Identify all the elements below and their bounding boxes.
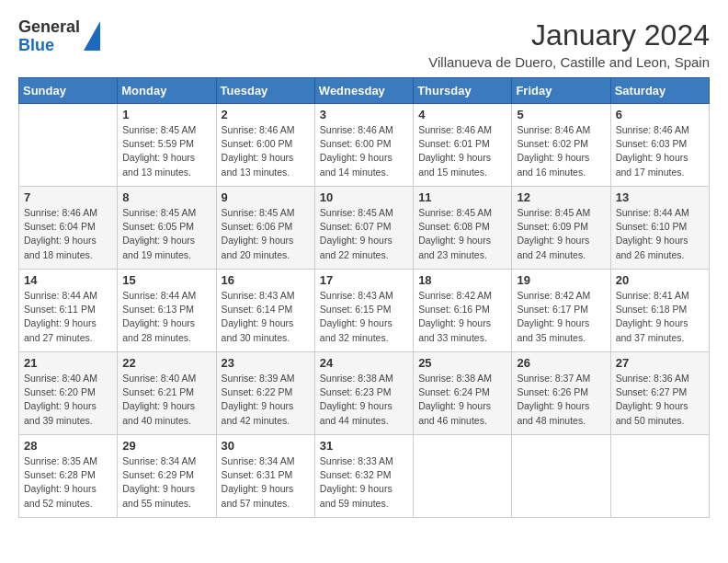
calendar-cell: 9Sunrise: 8:45 AMSunset: 6:06 PMDaylight… — [216, 187, 314, 270]
calendar-cell: 23Sunrise: 8:39 AMSunset: 6:22 PMDayligh… — [216, 352, 314, 435]
day-detail: Sunrise: 8:40 AMSunset: 6:21 PMDaylight:… — [122, 372, 210, 428]
day-detail: Sunrise: 8:39 AMSunset: 6:22 PMDaylight:… — [222, 372, 310, 428]
logo-general: General — [18, 18, 80, 37]
day-number: 19 — [517, 273, 605, 287]
day-detail: Sunrise: 8:45 AMSunset: 6:06 PMDaylight:… — [222, 206, 310, 262]
calendar-cell: 3Sunrise: 8:46 AMSunset: 6:00 PMDaylight… — [314, 104, 413, 187]
day-number: 5 — [517, 108, 605, 121]
logo-text: General Blue — [18, 18, 80, 55]
calendar-cell: 30Sunrise: 8:34 AMSunset: 6:31 PMDayligh… — [216, 435, 314, 518]
calendar-cell: 15Sunrise: 8:44 AMSunset: 6:13 PMDayligh… — [118, 270, 216, 352]
logo: General Blue — [18, 18, 100, 55]
day-detail: Sunrise: 8:41 AMSunset: 6:18 PMDaylight:… — [616, 289, 704, 345]
calendar-cell: 25Sunrise: 8:38 AMSunset: 6:24 PMDayligh… — [414, 352, 512, 435]
logo-triangle-icon — [84, 21, 100, 51]
header-friday: Friday — [512, 78, 610, 104]
day-number: 13 — [616, 190, 704, 204]
day-detail: Sunrise: 8:45 AMSunset: 6:09 PMDaylight:… — [517, 206, 605, 262]
calendar-week-row: 14Sunrise: 8:44 AMSunset: 6:11 PMDayligh… — [19, 270, 710, 352]
calendar-header-row: SundayMondayTuesdayWednesdayThursdayFrid… — [19, 78, 710, 104]
calendar-cell: 1Sunrise: 8:45 AMSunset: 5:59 PMDaylight… — [118, 104, 216, 187]
day-number: 18 — [418, 273, 506, 287]
day-detail: Sunrise: 8:37 AMSunset: 6:26 PMDaylight:… — [517, 372, 605, 428]
day-detail: Sunrise: 8:34 AMSunset: 6:29 PMDaylight:… — [122, 454, 210, 511]
day-detail: Sunrise: 8:43 AMSunset: 6:15 PMDaylight:… — [320, 289, 408, 345]
header-thursday: Thursday — [414, 78, 512, 104]
day-number: 29 — [122, 439, 210, 453]
header-saturday: Saturday — [610, 78, 709, 104]
day-number: 27 — [616, 356, 704, 370]
calendar-cell: 13Sunrise: 8:44 AMSunset: 6:10 PMDayligh… — [610, 187, 709, 270]
day-detail: Sunrise: 8:45 AMSunset: 5:59 PMDaylight:… — [122, 123, 210, 179]
calendar-cell: 5Sunrise: 8:46 AMSunset: 6:02 PMDaylight… — [512, 104, 610, 187]
day-detail: Sunrise: 8:44 AMSunset: 6:13 PMDaylight:… — [122, 289, 210, 345]
calendar-cell: 28Sunrise: 8:35 AMSunset: 6:28 PMDayligh… — [19, 435, 118, 518]
location: Villanueva de Duero, Castille and Leon, … — [428, 54, 710, 70]
header-sunday: Sunday — [19, 78, 118, 104]
day-number: 30 — [222, 439, 310, 453]
day-number: 11 — [418, 190, 506, 204]
day-detail: Sunrise: 8:35 AMSunset: 6:28 PMDaylight:… — [24, 454, 112, 511]
month-title: January 2024 — [428, 18, 710, 52]
calendar-cell: 10Sunrise: 8:45 AMSunset: 6:07 PMDayligh… — [314, 187, 413, 270]
day-number: 14 — [24, 273, 112, 287]
calendar-cell — [19, 104, 118, 187]
day-number: 21 — [24, 356, 112, 370]
day-number: 10 — [320, 190, 408, 204]
calendar-cell: 14Sunrise: 8:44 AMSunset: 6:11 PMDayligh… — [19, 270, 118, 352]
day-number: 3 — [320, 108, 408, 121]
calendar-cell — [512, 435, 610, 518]
day-detail: Sunrise: 8:44 AMSunset: 6:11 PMDaylight:… — [24, 289, 112, 345]
day-detail: Sunrise: 8:42 AMSunset: 6:17 PMDaylight:… — [517, 289, 605, 345]
calendar-cell: 12Sunrise: 8:45 AMSunset: 6:09 PMDayligh… — [512, 187, 610, 270]
day-detail: Sunrise: 8:38 AMSunset: 6:23 PMDaylight:… — [320, 372, 408, 428]
day-number: 24 — [320, 356, 408, 370]
day-detail: Sunrise: 8:46 AMSunset: 6:01 PMDaylight:… — [418, 123, 506, 179]
day-number: 28 — [24, 439, 112, 453]
day-number: 22 — [122, 356, 210, 370]
day-number: 7 — [24, 190, 112, 204]
calendar-table: SundayMondayTuesdayWednesdayThursdayFrid… — [18, 77, 710, 518]
calendar-week-row: 7Sunrise: 8:46 AMSunset: 6:04 PMDaylight… — [19, 187, 710, 270]
day-detail: Sunrise: 8:45 AMSunset: 6:07 PMDaylight:… — [320, 206, 408, 262]
calendar-cell: 17Sunrise: 8:43 AMSunset: 6:15 PMDayligh… — [314, 270, 413, 352]
day-detail: Sunrise: 8:46 AMSunset: 6:00 PMDaylight:… — [320, 123, 408, 179]
day-number: 8 — [122, 190, 210, 204]
calendar-cell: 31Sunrise: 8:33 AMSunset: 6:32 PMDayligh… — [314, 435, 413, 518]
page-header: General Blue January 2024 Villanueva de … — [18, 18, 710, 70]
day-detail: Sunrise: 8:44 AMSunset: 6:10 PMDaylight:… — [616, 206, 704, 262]
day-number: 15 — [122, 273, 210, 287]
calendar-week-row: 1Sunrise: 8:45 AMSunset: 5:59 PMDaylight… — [19, 104, 710, 187]
header-tuesday: Tuesday — [216, 78, 314, 104]
day-number: 1 — [122, 108, 210, 121]
day-number: 16 — [222, 273, 310, 287]
logo-blue: Blue — [18, 37, 80, 55]
calendar-cell: 26Sunrise: 8:37 AMSunset: 6:26 PMDayligh… — [512, 352, 610, 435]
calendar-cell: 6Sunrise: 8:46 AMSunset: 6:03 PMDaylight… — [610, 104, 709, 187]
day-number: 20 — [616, 273, 704, 287]
calendar-cell — [610, 435, 709, 518]
day-detail: Sunrise: 8:43 AMSunset: 6:14 PMDaylight:… — [222, 289, 310, 345]
day-detail: Sunrise: 8:46 AMSunset: 6:00 PMDaylight:… — [222, 123, 310, 179]
calendar-cell: 2Sunrise: 8:46 AMSunset: 6:00 PMDaylight… — [216, 104, 314, 187]
calendar-week-row: 28Sunrise: 8:35 AMSunset: 6:28 PMDayligh… — [19, 435, 710, 518]
day-number: 9 — [222, 190, 310, 204]
calendar-cell: 16Sunrise: 8:43 AMSunset: 6:14 PMDayligh… — [216, 270, 314, 352]
calendar-week-row: 21Sunrise: 8:40 AMSunset: 6:20 PMDayligh… — [19, 352, 710, 435]
day-number: 17 — [320, 273, 408, 287]
day-detail: Sunrise: 8:33 AMSunset: 6:32 PMDaylight:… — [320, 454, 408, 511]
header-monday: Monday — [118, 78, 216, 104]
calendar-cell: 22Sunrise: 8:40 AMSunset: 6:21 PMDayligh… — [118, 352, 216, 435]
calendar-cell: 7Sunrise: 8:46 AMSunset: 6:04 PMDaylight… — [19, 187, 118, 270]
day-detail: Sunrise: 8:46 AMSunset: 6:04 PMDaylight:… — [24, 206, 112, 262]
day-detail: Sunrise: 8:34 AMSunset: 6:31 PMDaylight:… — [222, 454, 310, 511]
day-number: 23 — [222, 356, 310, 370]
day-detail: Sunrise: 8:40 AMSunset: 6:20 PMDaylight:… — [24, 372, 112, 428]
day-detail: Sunrise: 8:42 AMSunset: 6:16 PMDaylight:… — [418, 289, 506, 345]
day-number: 25 — [418, 356, 506, 370]
day-number: 4 — [418, 108, 506, 121]
title-section: January 2024 Villanueva de Duero, Castil… — [428, 18, 710, 70]
calendar-cell: 27Sunrise: 8:36 AMSunset: 6:27 PMDayligh… — [610, 352, 709, 435]
day-detail: Sunrise: 8:45 AMSunset: 6:05 PMDaylight:… — [122, 206, 210, 262]
calendar-cell: 19Sunrise: 8:42 AMSunset: 6:17 PMDayligh… — [512, 270, 610, 352]
